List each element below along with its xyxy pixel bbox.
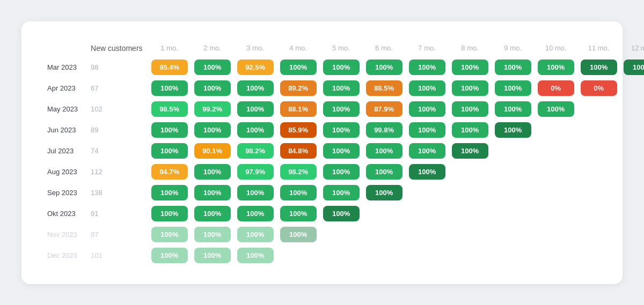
cohort-cell: 100% — [278, 225, 319, 244]
cohort-cell: 98.5% — [149, 100, 190, 118]
retention-badge: 100% — [323, 59, 360, 75]
cohort-cell: 100% — [407, 162, 448, 181]
retention-badge: 85.9% — [280, 122, 317, 138]
cohort-cell: 100% — [149, 142, 190, 160]
month-header: 9 mo. — [493, 41, 533, 56]
retention-badge: 100% — [538, 101, 574, 117]
retention-badge: 100% — [323, 80, 360, 96]
retention-badge: 100% — [194, 227, 231, 242]
retention-badge: 100% — [237, 101, 274, 117]
cohort-cell: 100% — [149, 121, 190, 139]
cohort-cell — [407, 225, 448, 244]
row-label: Okt 2023 — [45, 204, 84, 223]
retention-badge: 95.4% — [151, 59, 188, 75]
retention-badge: 100% — [151, 80, 188, 96]
cohort-cell: 100% — [450, 79, 491, 98]
new-customers-count: 67 — [86, 79, 147, 98]
new-customers-count: 102 — [86, 100, 147, 118]
retention-badge: 100% — [409, 143, 445, 159]
retention-badge: 100% — [237, 248, 274, 263]
retention-badge: 97.9% — [237, 164, 274, 180]
cohort-cell: 100% — [493, 121, 533, 139]
cohort-cell: 100% — [321, 121, 362, 139]
retention-badge: 99.2% — [194, 101, 231, 117]
cohort-cell — [536, 121, 576, 139]
cohort-cell — [536, 225, 576, 244]
new-customers-count: 91 — [86, 204, 147, 223]
cohort-cell: 95.4% — [149, 58, 190, 77]
cohort-cell — [536, 204, 576, 223]
month-header: 3 mo. — [235, 41, 276, 56]
retention-badge: 88.1% — [280, 101, 317, 117]
month-header: 2 mo. — [192, 41, 233, 56]
retention-badge: 100% — [366, 164, 402, 180]
retention-badge: 100% — [194, 164, 231, 180]
row-label: Jul 2023 — [45, 142, 84, 160]
month-header: 11 mo. — [579, 41, 619, 56]
retention-badge: 100% — [409, 59, 445, 75]
cohort-cell: 100% — [579, 58, 619, 77]
cohort-cell: 90.1% — [192, 142, 233, 160]
cohort-cell — [621, 142, 644, 160]
cohort-cell: 100% — [493, 79, 533, 98]
retention-badge: 100% — [495, 122, 531, 138]
cohort-cell — [364, 225, 405, 244]
cohort-cell: 100% — [450, 58, 491, 77]
cohort-cell — [579, 204, 619, 223]
cohort-cell — [278, 246, 319, 265]
cohort-cell: 100% — [149, 79, 190, 98]
new-customers-count: 74 — [86, 142, 147, 160]
cohort-cell: 100% — [235, 100, 276, 118]
cohort-cell — [450, 225, 491, 244]
cohort-cell: 100% — [364, 142, 405, 160]
cohort-cell — [579, 121, 619, 139]
retention-badge: 100% — [409, 80, 445, 96]
cohort-cell: 100% — [621, 58, 644, 77]
retention-badge: 98.5% — [151, 101, 188, 117]
retention-badge: 100% — [151, 122, 188, 138]
cohort-cell — [621, 183, 644, 202]
cohort-cell: 99.2% — [192, 100, 233, 118]
cohort-cell — [407, 183, 448, 202]
retention-badge: 92.5% — [237, 59, 274, 75]
retention-badge: 100% — [237, 227, 274, 242]
retention-badge: 100% — [280, 227, 317, 242]
cohort-cell: 100% — [192, 162, 233, 181]
cohort-cell: 84.8% — [278, 142, 319, 160]
cohort-cell: 0% — [579, 79, 619, 98]
cohort-cell: 89.2% — [278, 79, 319, 98]
retention-badge: 100% — [151, 248, 188, 263]
retention-badge: 100% — [194, 185, 231, 200]
retention-badge: 100% — [237, 122, 274, 138]
retention-badge: 100% — [237, 185, 274, 200]
retention-badge: 100% — [452, 59, 488, 75]
cohort-cell — [450, 204, 491, 223]
new-customers-count: 89 — [86, 121, 147, 139]
row-label: Dec 2023 — [45, 246, 84, 265]
retention-badge: 0% — [538, 80, 574, 96]
cohort-cell: 100% — [192, 121, 233, 139]
cohort-cell: 100% — [536, 100, 576, 118]
retention-badge: 84.8% — [280, 143, 317, 159]
month-header: 7 mo. — [407, 41, 448, 56]
retention-badge: 100% — [581, 59, 617, 75]
cohort-cell: 100% — [149, 246, 190, 265]
retention-badge: 100% — [237, 80, 274, 96]
cohort-cell: 0% — [536, 79, 576, 98]
retention-badge: 98.2% — [280, 164, 317, 180]
cohort-cell: 100% — [235, 225, 276, 244]
retention-badge: 100% — [409, 164, 445, 180]
row-label: Mar 2023 — [45, 58, 84, 77]
retention-badge: 100% — [151, 185, 188, 200]
cohort-cell: 100% — [407, 121, 448, 139]
cohort-cell: 100% — [278, 58, 319, 77]
retention-badge: 100% — [323, 143, 360, 159]
new-customers-count: 98 — [86, 58, 147, 77]
retention-badge: 100% — [194, 206, 231, 221]
retention-badge: 88.5% — [366, 80, 402, 96]
cohort-cell: 100% — [192, 225, 233, 244]
cohort-cell — [621, 225, 644, 244]
cohort-cell: 100% — [407, 100, 448, 118]
cohort-cell — [536, 183, 576, 202]
cohort-cell: 100% — [364, 162, 405, 181]
